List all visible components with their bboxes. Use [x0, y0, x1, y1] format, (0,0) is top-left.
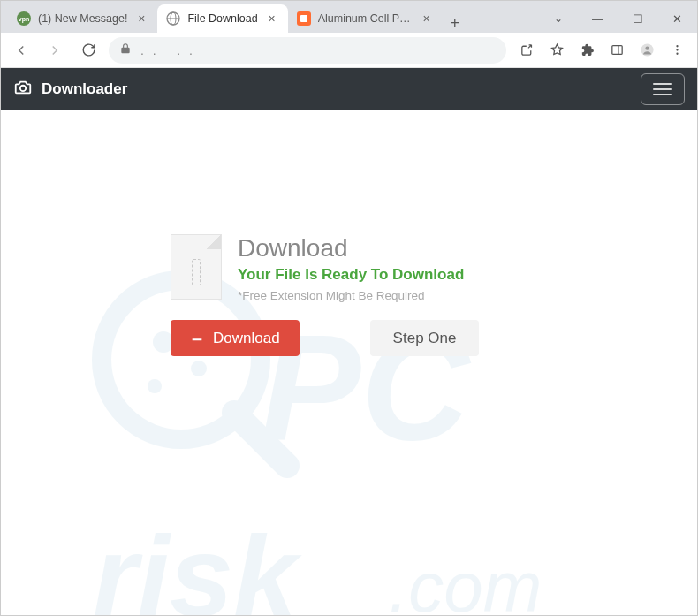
brand-name: Downloader	[42, 80, 127, 98]
site-header: Downloader	[1, 68, 697, 110]
download-title: Download	[238, 234, 464, 262]
url-input[interactable]	[140, 43, 496, 57]
download-button-label: Download	[213, 330, 280, 347]
svg-point-15	[148, 379, 162, 393]
svg-line-12	[234, 413, 287, 466]
tab-label: File Download	[187, 12, 257, 25]
profile-avatar-icon[interactable]	[634, 37, 660, 64]
step-one-button[interactable]: Step One	[370, 320, 480, 356]
svg-text:risk: risk	[93, 512, 302, 617]
download-panel: Download Your File Is Ready To Download …	[155, 234, 543, 356]
download-button[interactable]: Download	[171, 320, 300, 356]
app-icon	[297, 11, 311, 26]
forward-button[interactable]	[42, 37, 68, 64]
toolbar-right	[513, 37, 690, 64]
svg-point-14	[191, 361, 207, 376]
download-icon	[190, 329, 204, 347]
vpn-icon: vpn	[17, 11, 31, 26]
page-content: PC risk .com Download Your File Is Ready…	[1, 234, 697, 616]
new-tab-button[interactable]: +	[443, 14, 467, 33]
minimize-button[interactable]: —	[578, 4, 618, 33]
disclaimer-text: *Free Extension Might Be Required	[238, 289, 464, 302]
camera-icon	[13, 78, 33, 102]
chevron-down-icon[interactable]: ⌄	[538, 4, 578, 33]
close-window-button[interactable]: ✕	[657, 4, 697, 33]
svg-point-6	[645, 47, 649, 50]
lock-icon	[119, 42, 132, 57]
tab-aluminum[interactable]: Aluminum Cell Phone H ×	[288, 4, 443, 33]
side-panel-icon[interactable]	[603, 37, 630, 64]
svg-point-7	[676, 45, 678, 47]
window-controls: ⌄ — ☐ ✕	[538, 4, 697, 33]
download-texts: Download Your File Is Ready To Download …	[238, 234, 464, 302]
brand: Downloader	[13, 78, 127, 102]
tab-new-message[interactable]: vpn (1) New Message! ×	[8, 4, 157, 33]
file-zip-icon	[171, 234, 222, 300]
svg-point-8	[676, 49, 678, 50]
kebab-menu-icon[interactable]	[664, 37, 690, 64]
share-icon[interactable]	[513, 37, 540, 64]
svg-text:.com: .com	[389, 548, 542, 617]
tab-label: Aluminum Cell Phone H	[318, 12, 413, 25]
back-button[interactable]	[8, 37, 34, 64]
close-icon[interactable]: ×	[134, 11, 148, 26]
close-icon[interactable]: ×	[420, 11, 434, 26]
reload-button[interactable]	[75, 37, 102, 64]
tab-label: (1) New Message!	[38, 12, 127, 25]
browser-toolbar	[1, 33, 697, 68]
maximize-button[interactable]: ☐	[618, 4, 657, 33]
address-bar[interactable]	[109, 37, 506, 64]
svg-point-10	[20, 85, 26, 90]
svg-point-9	[676, 53, 678, 55]
bookmark-star-icon[interactable]	[543, 37, 570, 64]
button-row: Download Step One	[171, 320, 543, 356]
svg-rect-3	[611, 46, 621, 55]
menu-toggle-button[interactable]	[641, 73, 685, 105]
ready-text: Your File Is Ready To Download	[238, 266, 464, 284]
extensions-icon[interactable]	[573, 37, 600, 64]
tab-strip: vpn (1) New Message! × File Download × A…	[1, 1, 697, 33]
step-one-label: Step One	[393, 330, 457, 347]
browser-chrome: vpn (1) New Message! × File Download × A…	[1, 1, 697, 33]
close-icon[interactable]: ×	[265, 11, 279, 26]
tab-file-download[interactable]: File Download ×	[157, 4, 287, 33]
page-viewport: Downloader PC risk .com Download Your Fi…	[1, 68, 697, 615]
globe-icon	[166, 11, 180, 26]
